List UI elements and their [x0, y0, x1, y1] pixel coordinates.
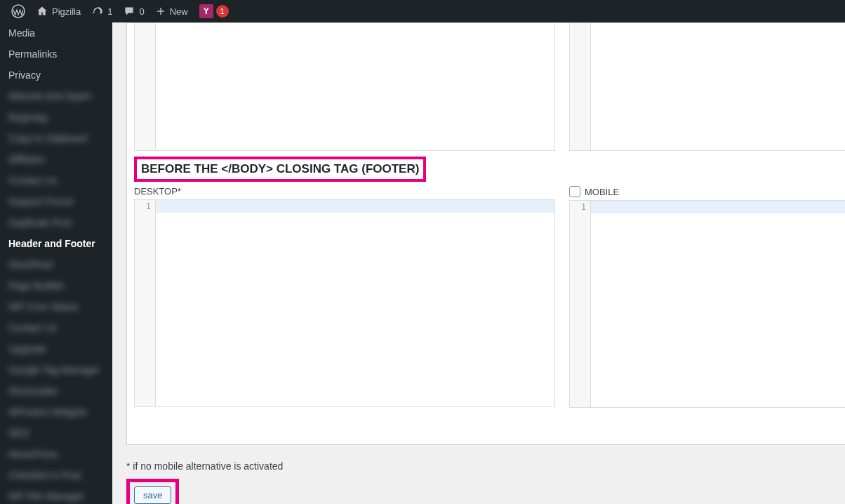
sidebar-item-shortpixel[interactable]: ShortPixel	[0, 254, 112, 275]
mobile-checkbox[interactable]	[569, 186, 580, 197]
active-line	[591, 201, 845, 213]
mobile-editor-label-row: MOBILE	[569, 182, 845, 200]
settings-panel: BEFORE THE </BODY> CLOSING TAG (FOOTER) …	[126, 22, 845, 445]
admin-sidebar: MediaPermalinksPrivacyAkismet Anti-SpamB…	[0, 22, 112, 504]
sidebar-item-copy-to-clipboard[interactable]: Copy to Clipboard	[0, 128, 112, 149]
comments-count: 0	[139, 6, 144, 17]
sidebar-item-wp-cron-status[interactable]: WP Cron Status	[0, 296, 112, 317]
editor-code-area[interactable]	[591, 23, 845, 150]
footer-note: * if no mobile alternative is activated	[126, 460, 283, 472]
sidebar-item-akismet-anti-spam[interactable]: Akismet Anti-Spam	[0, 86, 112, 107]
sidebar-item-permalinks[interactable]: Permalinks	[0, 44, 112, 65]
sidebar-item-duplicate-post[interactable]: Duplicate Post	[0, 212, 112, 233]
line-number: 1	[570, 202, 586, 212]
editor-code-area[interactable]	[156, 200, 554, 406]
sidebar-item-media[interactable]: Media	[0, 22, 112, 44]
updates-count: 1	[107, 6, 112, 17]
admin-bar: Pigzilla 1 0 New Y 1	[0, 0, 845, 22]
top-mobile-editor[interactable]	[569, 23, 845, 151]
yoast-count-badge: 1	[216, 5, 229, 18]
comment-icon	[124, 6, 135, 17]
sidebar-item-support-forum[interactable]: Support Forum	[0, 191, 112, 212]
active-line	[156, 200, 554, 213]
editor-gutter	[135, 23, 156, 150]
save-button[interactable]: save	[134, 486, 171, 504]
footer-mobile-editor[interactable]: 1	[569, 200, 845, 408]
plus-icon	[156, 6, 166, 16]
footer-editor-row: DESKTOP* 1 MOBILE	[127, 182, 845, 408]
footer-desktop-editor[interactable]: 1	[134, 199, 555, 407]
sidebar-item-contact-us[interactable]: Contact Us	[0, 317, 112, 338]
comments-link[interactable]: 0	[118, 0, 149, 22]
new-content-link[interactable]: New	[150, 0, 194, 22]
sidebar-item-seo[interactable]: SEO	[0, 423, 112, 444]
sidebar-item-google-tag-manager[interactable]: Google Tag Manager	[0, 359, 112, 380]
top-desktop-editor[interactable]	[134, 23, 555, 151]
yoast-icon: Y	[199, 4, 213, 18]
sidebar-item-page-builder[interactable]: Page Builder	[0, 275, 112, 296]
section-heading-highlight: BEFORE THE </BODY> CLOSING TAG (FOOTER)	[134, 157, 426, 182]
sidebar-item-bugsnag[interactable]: Bugsnag	[0, 107, 112, 128]
editor-code-area[interactable]	[591, 201, 845, 407]
yoast-link[interactable]: Y 1	[194, 0, 234, 22]
new-label: New	[170, 6, 188, 17]
desktop-editor-label: DESKTOP*	[134, 182, 555, 199]
editor-gutter: 1	[135, 200, 156, 406]
mobile-label: MOBILE	[585, 187, 619, 197]
wp-logo[interactable]	[6, 0, 31, 22]
section-heading: BEFORE THE </BODY> CLOSING TAG (FOOTER)	[141, 157, 419, 181]
editor-code-area[interactable]	[156, 23, 554, 150]
line-number: 1	[135, 201, 151, 211]
updates-icon	[92, 6, 103, 17]
top-editor-row	[127, 23, 845, 151]
site-home-link[interactable]: Pigzilla	[31, 0, 86, 22]
sidebar-item-upgrade[interactable]: Upgrade	[0, 338, 112, 359]
sidebar-item-newspress[interactable]: NewsPress	[0, 444, 112, 465]
sidebar-item-wprotect-widgets[interactable]: WProtect Widgets	[0, 402, 112, 423]
editor-gutter	[570, 23, 591, 150]
sidebar-item-checklist-in-post[interactable]: Checklist in Post	[0, 465, 112, 486]
sidebar-item-wp-file-manager[interactable]: WP File Manager	[0, 486, 112, 504]
sidebar-item-privacy[interactable]: Privacy	[0, 65, 112, 86]
save-area: save	[126, 479, 179, 504]
save-highlight: save	[126, 479, 179, 504]
site-name: Pigzilla	[52, 6, 81, 17]
sidebar-item-shortcodes[interactable]: Shortcodes	[0, 380, 112, 402]
sidebar-item-contact-us[interactable]: Contact Us	[0, 170, 112, 191]
main-content: BEFORE THE </BODY> CLOSING TAG (FOOTER) …	[112, 22, 845, 504]
home-icon	[36, 6, 48, 17]
sidebar-item-affiliates[interactable]: Affiliates	[0, 149, 112, 170]
sidebar-item-header-and-footer[interactable]: Header and Footer	[0, 233, 112, 254]
updates-link[interactable]: 1	[86, 0, 118, 22]
editor-gutter: 1	[570, 201, 591, 407]
